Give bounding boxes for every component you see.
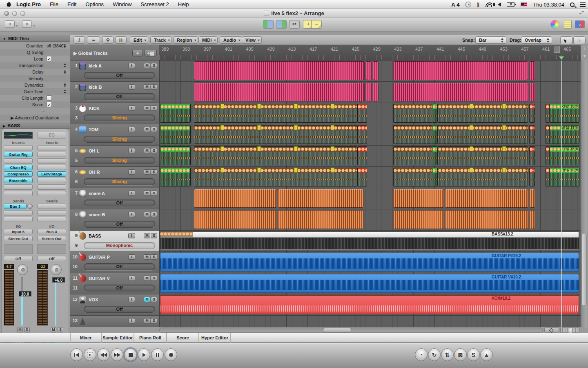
freeze-mode-button[interactable]: Slicing xyxy=(84,136,155,143)
audio-region[interactable] xyxy=(546,104,549,123)
menu-item-help[interactable]: Help xyxy=(174,0,194,9)
zoom-note-icon[interactable]: ♪ xyxy=(581,46,588,51)
midi-region[interactable] xyxy=(393,189,444,208)
menu-item-screenset-2[interactable]: Screenset 2 xyxy=(136,0,173,9)
hide-tracks-button[interactable]: H xyxy=(115,36,127,44)
record-enable-button[interactable]: I xyxy=(128,318,135,323)
mute-button[interactable]: M xyxy=(144,254,150,260)
param-stepper[interactable] xyxy=(64,63,67,67)
bluetooth-icon[interactable]: ᛒ xyxy=(477,2,480,8)
volume-icon[interactable] xyxy=(498,2,501,7)
track-header-guitar-p[interactable]: 1010GUITAR PIMSOff xyxy=(70,252,159,273)
audio-region[interactable] xyxy=(529,104,535,123)
audio-region[interactable] xyxy=(160,168,191,186)
menu-item-edit[interactable]: Edit xyxy=(63,0,81,9)
local-menu-region[interactable]: Region xyxy=(173,36,198,44)
stop-button[interactable] xyxy=(124,348,137,361)
midi-region[interactable] xyxy=(366,83,372,101)
track-lane[interactable]: VOX#10.2 xyxy=(159,294,581,316)
audio-region[interactable] xyxy=(529,168,535,186)
insert-slot[interactable]: Ensemble xyxy=(4,178,33,183)
add-global-track-button[interactable]: + xyxy=(132,50,143,56)
catch-playhead-button[interactable]: ⚲ xyxy=(102,36,114,44)
audio-region[interactable] xyxy=(357,146,367,165)
audio-region[interactable]: L#37.35 ↻ xyxy=(549,146,579,165)
audio-region[interactable] xyxy=(438,104,528,123)
bar-ruler[interactable]: 3893933974014054094134174214254294334374… xyxy=(159,45,581,61)
midi-region[interactable] xyxy=(445,189,528,208)
freeze-mode-button[interactable]: Off xyxy=(84,72,155,79)
track-header-snare-a[interactable]: 7snare AIMSOff xyxy=(70,188,159,209)
play-button[interactable] xyxy=(138,348,150,361)
track-lane[interactable] xyxy=(159,82,581,103)
solo-button[interactable]: S xyxy=(151,169,157,175)
audio-region[interactable] xyxy=(357,125,367,144)
track-header-kick[interactable]: 33KICKIMSSlicing xyxy=(70,103,159,124)
freeze-mode-button[interactable]: Off xyxy=(84,263,155,270)
insert-slot[interactable]: LexVintage xyxy=(37,171,66,177)
track-lane[interactable] xyxy=(159,61,581,82)
fader-value[interactable]: 10.0 xyxy=(19,291,31,296)
track-header-oh-l[interactable]: 55OH LIMSSlicing xyxy=(70,146,159,167)
audio-region[interactable]: GUITAR P#19.2 xyxy=(160,253,579,272)
remove-note-pad-icon[interactable]: − xyxy=(311,20,322,29)
record-enable-button[interactable]: I xyxy=(128,254,135,260)
eq-display[interactable] xyxy=(4,132,33,139)
time-machine-icon[interactable] xyxy=(466,2,471,7)
pan-knob[interactable] xyxy=(51,264,62,275)
tab-hyper-editor[interactable]: Hyper Editor xyxy=(199,333,231,343)
record-enable-button[interactable]: I xyxy=(128,63,135,68)
mute-button[interactable]: M xyxy=(144,191,150,196)
mute-button[interactable]: M xyxy=(144,276,150,281)
record-enable-button[interactable]: I xyxy=(128,212,135,217)
autopunch-button[interactable]: ⇅ xyxy=(441,348,454,361)
param-stepper[interactable] xyxy=(64,44,67,48)
media-browser-icon[interactable]: ♪ xyxy=(575,20,585,28)
mute-button[interactable]: M xyxy=(144,169,150,175)
midi-region[interactable] xyxy=(278,210,363,229)
record-enable-button[interactable]: I xyxy=(128,297,135,302)
audio-region[interactable] xyxy=(438,146,528,165)
local-menu-view[interactable]: View xyxy=(242,36,262,44)
replace-button[interactable]: ⊠ xyxy=(454,348,467,361)
midi-region[interactable] xyxy=(393,83,528,101)
solo-button[interactable]: S xyxy=(151,105,157,111)
local-menu-audio[interactable]: Audio xyxy=(220,36,242,44)
zoom-slider[interactable] xyxy=(560,328,580,333)
midi-region[interactable] xyxy=(445,210,528,229)
pointer-tool-button[interactable] xyxy=(560,36,572,44)
record-enable-button[interactable]: I xyxy=(128,127,135,132)
rewind-button[interactable] xyxy=(97,348,110,361)
cycle-button[interactable]: ↻ xyxy=(428,348,441,361)
solo-button[interactable]: S xyxy=(151,191,157,196)
insert-slot[interactable] xyxy=(37,145,66,150)
bypass-button[interactable]: Off xyxy=(37,256,66,261)
solo-button[interactable]: S xyxy=(151,276,157,281)
advanced-quantization-disclosure[interactable]: ▶ Advanced Quantization xyxy=(11,115,59,120)
record-enable-button[interactable]: I xyxy=(128,276,135,281)
solo-button[interactable]: S xyxy=(58,327,63,332)
go-to-beginning-button[interactable] xyxy=(70,348,83,361)
midi-region[interactable] xyxy=(373,83,379,101)
audio-region[interactable]: R#37.35 ↻ xyxy=(549,168,579,186)
midi-region[interactable] xyxy=(194,189,277,208)
forward-button[interactable] xyxy=(111,348,123,361)
midi-region[interactable] xyxy=(529,61,535,80)
solo-button[interactable]: S xyxy=(151,63,157,68)
freeze-mode-button[interactable]: Off xyxy=(84,93,155,100)
track-lane[interactable]: GUITAR P#19.2 xyxy=(159,252,581,273)
audio-region[interactable] xyxy=(357,104,367,123)
flex-tool-button[interactable]: ♭ xyxy=(573,36,586,44)
key-commands-button[interactable]: 0 xyxy=(5,20,15,28)
menu-item-logic-pro[interactable]: Logic Pro xyxy=(12,0,45,9)
fader-value[interactable]: +6.0 xyxy=(52,277,65,283)
mute-button[interactable]: M xyxy=(17,327,23,332)
record-enable-button[interactable]: I xyxy=(128,169,135,175)
insert-slot[interactable] xyxy=(37,191,66,196)
notification-list-icon[interactable] xyxy=(580,2,586,7)
audio-region[interactable]: M#19.35 ↻ xyxy=(549,125,579,144)
audio-region[interactable]: K#24.35 ↻ xyxy=(549,104,579,123)
audio-region[interactable] xyxy=(438,168,528,186)
tab-piano-roll[interactable]: Piano Roll xyxy=(134,333,167,343)
playhead-marker[interactable] xyxy=(559,56,564,60)
